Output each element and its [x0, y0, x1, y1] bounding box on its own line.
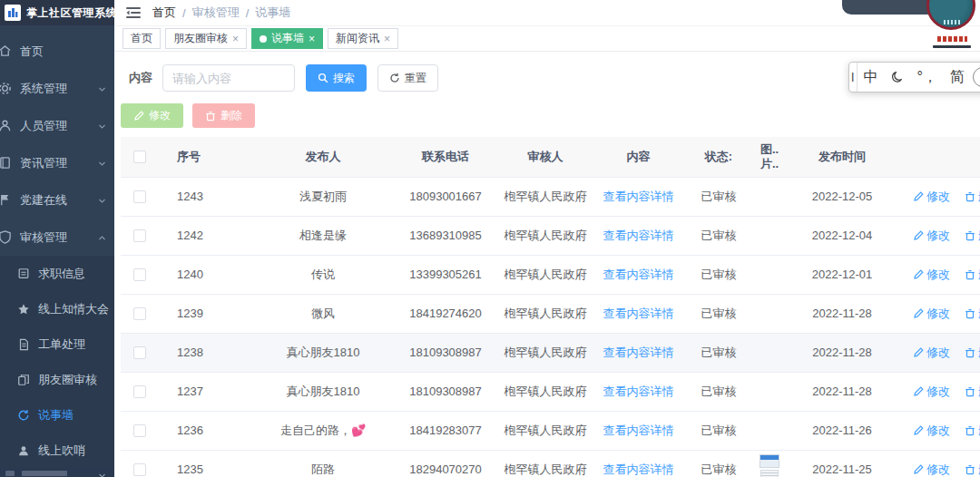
- sidebar-item-资讯管理[interactable]: 资讯管理: [0, 144, 114, 181]
- view-content-link[interactable]: 查看内容详情: [603, 423, 674, 437]
- cell-images: [751, 372, 788, 411]
- reset-button[interactable]: 重置: [377, 64, 438, 92]
- tab-新闻资讯[interactable]: 新闻资讯×: [328, 28, 398, 49]
- sidebar-subitem-线上知情大会[interactable]: 线上知情大会: [0, 291, 114, 326]
- sidebar-subitem-说事墙[interactable]: 说事墙: [0, 397, 114, 433]
- row-checkbox[interactable]: [133, 463, 146, 476]
- cell-content: 查看内容详情: [591, 255, 686, 294]
- bulk-delete-button[interactable]: 删除: [192, 103, 255, 128]
- view-content-link[interactable]: 查看内容详情: [603, 385, 674, 398]
- cell-phone: 18419274620: [391, 294, 500, 333]
- hamburger-icon[interactable]: [126, 6, 141, 19]
- row-checkbox[interactable]: [133, 385, 146, 398]
- ime-fullwidth-toggle[interactable]: [885, 63, 911, 92]
- chevron-down-icon: [98, 160, 106, 168]
- thumbnail-image[interactable]: [760, 470, 779, 477]
- tab-label: 新闻资讯: [336, 31, 379, 46]
- ime-simplified-toggle[interactable]: 简: [944, 63, 971, 92]
- row-checkbox[interactable]: [133, 346, 146, 359]
- cell-date: 2022-11-28: [788, 333, 897, 372]
- view-content-link[interactable]: 查看内容详情: [603, 307, 674, 320]
- cell-publisher: 浅夏初雨: [255, 177, 391, 216]
- row-edit-button[interactable]: 修改: [913, 345, 950, 361]
- search-button[interactable]: 搜索: [306, 64, 367, 92]
- row-checkbox[interactable]: [133, 268, 146, 281]
- thumbnail-image[interactable]: [760, 454, 779, 468]
- close-icon[interactable]: ×: [384, 34, 390, 44]
- sidebar-subitem-朋友圈审核[interactable]: 朋友圈审核: [0, 362, 114, 397]
- row-checkbox-cell: [121, 255, 164, 294]
- sidebar-subitem-线上吹哨[interactable]: 线上吹哨: [0, 433, 114, 468]
- sidebar-item-系统管理[interactable]: 系统管理: [0, 70, 114, 107]
- row-thumbnails[interactable]: [755, 454, 784, 477]
- cell-phone: 18109308987: [391, 372, 500, 411]
- cell-actions: 修改 删除: [897, 294, 980, 333]
- cell-serial: 1243: [164, 177, 255, 216]
- close-icon[interactable]: ×: [309, 34, 315, 44]
- table-row: 1236 走自己的路，💕 18419283077 枹罕镇人民政府 查看内容详情 …: [121, 411, 980, 450]
- app-title: 掌上社区管理系统: [26, 5, 114, 21]
- cell-publisher: 陌路: [255, 450, 391, 477]
- row-delete-button[interactable]: 删除: [965, 462, 980, 477]
- view-content-link[interactable]: 查看内容详情: [603, 462, 674, 476]
- view-content-link[interactable]: 查看内容详情: [603, 190, 674, 203]
- sidebar-subitem-label: 说事墙: [38, 407, 74, 423]
- row-delete-button[interactable]: 删除: [965, 423, 980, 439]
- row-edit-button[interactable]: 修改: [913, 384, 950, 400]
- sidebar-subitem-工单处理[interactable]: 工单处理: [0, 326, 114, 362]
- bulk-edit-button[interactable]: 修改: [121, 103, 183, 128]
- sidebar-subitem-求职信息[interactable]: 求职信息: [0, 256, 114, 291]
- bulk-actions: 修改 删除: [121, 103, 980, 128]
- row-checkbox[interactable]: [133, 229, 146, 242]
- view-content-link[interactable]: 查看内容详情: [603, 346, 674, 359]
- edit-pencil-icon: [913, 308, 924, 319]
- row-edit-button[interactable]: 修改: [913, 189, 950, 205]
- close-icon[interactable]: ×: [232, 34, 239, 44]
- tab-朋友圈审核[interactable]: 朋友圈审核×: [165, 28, 247, 49]
- row-delete-button[interactable]: 删除: [965, 345, 980, 361]
- row-delete-button[interactable]: 删除: [965, 267, 980, 283]
- select-all-checkbox[interactable]: [133, 151, 146, 163]
- row-checkbox[interactable]: [133, 307, 146, 320]
- ime-language-mode[interactable]: 中: [858, 63, 885, 92]
- edit-pencil-icon: [913, 191, 924, 202]
- sidebar-item-人员管理[interactable]: 人员管理: [0, 107, 114, 144]
- cell-actions: 修改 删除: [897, 216, 980, 255]
- breadcrumb-item[interactable]: 首页: [152, 5, 176, 21]
- tab-首页[interactable]: 首页: [122, 28, 161, 49]
- row-edit-button[interactable]: 修改: [913, 228, 950, 244]
- tab-说事墙[interactable]: 说事墙×: [251, 28, 323, 49]
- row-edit-button[interactable]: 修改: [913, 306, 950, 322]
- app-logo-icon: [5, 5, 21, 21]
- edit-pencil-icon: [913, 230, 924, 241]
- row-edit-button[interactable]: 修改: [913, 423, 950, 439]
- row-checkbox[interactable]: [133, 424, 146, 437]
- cell-reviewer: 枹罕镇人民政府: [500, 333, 591, 372]
- sidebar-item-首页[interactable]: 首页: [0, 33, 114, 70]
- row-delete-button[interactable]: 删除: [965, 384, 980, 400]
- moon-icon: [891, 71, 905, 84]
- breadcrumb-separator: /: [182, 6, 186, 20]
- sidebar-item-党建在线[interactable]: 党建在线: [0, 181, 114, 219]
- cell-reviewer: 枹罕镇人民政府: [500, 216, 591, 255]
- row-checkbox[interactable]: [133, 190, 146, 203]
- row-edit-button[interactable]: 修改: [913, 462, 950, 477]
- tab-label: 首页: [131, 31, 152, 46]
- sidebar-item-partial[interactable]: [0, 468, 114, 477]
- row-delete-button[interactable]: 删除: [965, 306, 980, 322]
- sidebar-item-label: 审核管理: [20, 229, 67, 246]
- row-delete-button[interactable]: 删除: [965, 228, 980, 244]
- ime-menu-icon[interactable]: [973, 67, 980, 87]
- ime-punctuation-toggle[interactable]: °，: [911, 63, 944, 92]
- person-icon: [17, 444, 30, 457]
- row-delete-button[interactable]: 删除: [965, 189, 980, 205]
- search-input[interactable]: [162, 64, 295, 92]
- row-edit-button[interactable]: 修改: [913, 267, 950, 283]
- view-content-link[interactable]: 查看内容详情: [603, 229, 674, 242]
- view-content-link[interactable]: 查看内容详情: [603, 268, 674, 281]
- sidebar-item-审核管理[interactable]: 审核管理: [0, 219, 114, 256]
- cell-serial: 1238: [164, 333, 255, 372]
- sidebar-item-label: 人员管理: [20, 118, 67, 134]
- document-icon: [17, 268, 30, 280]
- trash-icon: [965, 230, 975, 241]
